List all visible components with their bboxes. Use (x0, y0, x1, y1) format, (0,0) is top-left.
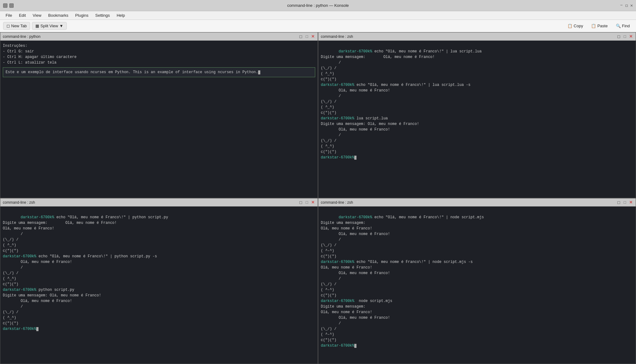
new-tab-icon: ◻ (7, 24, 10, 28)
terminal-tab-controls-zsh-tr: ◻ □ ✕ (616, 34, 633, 39)
python-input-text: Este e um exemplo de interface usando nc… (6, 70, 258, 74)
zsh-bl-cmd3: python script.py Digite uma mensagem: Ol… (3, 288, 101, 326)
zsh-bl-prompt4: darkstar-6700k% (3, 327, 36, 331)
zsh-tr-prompt4: darkstar-6700k% (321, 155, 354, 160)
zsh-br-cmd1: echo "Olá, meu nome é Franco\!" | node s… (321, 215, 484, 259)
zsh-bl-cmd1: echo "Olá, meu nome é Franco\!" | python… (3, 215, 168, 253)
terminal-tab-bar-zsh-tr: command-line : zsh ◻ □ ✕ (318, 33, 636, 41)
terminal-maximize-btn-zsh-tr[interactable]: ◻ (616, 34, 621, 39)
window-title: command-line : python — Konsole (287, 3, 349, 8)
zsh-tr-cursor (354, 156, 356, 160)
zsh-tr-cmd2: echo "Olá, meu nome é Franco\!" | lua sc… (321, 83, 471, 115)
terminal-tab-bar-zsh-br: command-line : zsh ◻ □ ✕ (318, 198, 636, 206)
terminal-body-python[interactable]: Instruções: - Ctrl G: sair - Ctrl H: apa… (0, 41, 318, 198)
terminals-grid: command-line : python ◻ □ ✕ Instruções: … (0, 32, 636, 364)
zsh-tr-out1: Digite uma mensagem: Olá, meu nome é Fra… (321, 55, 435, 82)
title-icon (3, 3, 7, 8)
menu-bookmarks[interactable]: Bookmarks (45, 12, 71, 18)
python-body-space (3, 77, 315, 195)
split-view-icon: ▦ (35, 24, 39, 28)
terminal-pane-zsh-top-right: command-line : zsh ◻ □ ✕ darkstar-6700k%… (318, 32, 636, 198)
zsh-br-content: darkstar-6700k% echo "Olá, meu nome é Fr… (321, 209, 633, 354)
zsh-tr-prompt1: darkstar-6700k% (339, 49, 372, 54)
terminal-pane-zsh-bottom-left: command-line : zsh ◻ □ ✕ darkstar-6700k%… (0, 198, 318, 364)
python-instructions: Instruções: - Ctrl G: sair - Ctrl H: apa… (3, 43, 315, 65)
split-view-chevron: ▼ (59, 24, 63, 28)
terminal-body-zsh-br[interactable]: darkstar-6700k% echo "Olá, meu nome é Fr… (318, 206, 636, 364)
toolbar: ◻ New Tab ▦ Split View ▼ 📋 Copy 📋 Paste … (0, 20, 636, 32)
terminal-body-zsh-bl[interactable]: darkstar-6700k% echo "Olá, meu nome é Fr… (0, 206, 318, 364)
menu-bar: File Edit View Bookmarks Plugins Setting… (0, 11, 636, 20)
terminal-pane-python: command-line : python ◻ □ ✕ Instruções: … (0, 32, 318, 198)
menu-help[interactable]: Help (114, 12, 128, 18)
zsh-br-cursor (354, 344, 356, 348)
title-bar-controls (3, 3, 14, 8)
terminal-tab-title-zsh-bl: command-line : zsh (3, 200, 35, 205)
paste-label: Paste (597, 24, 607, 28)
terminal-tab-title-python: command-line : python (3, 34, 40, 39)
menu-view[interactable]: View (29, 12, 44, 18)
terminal-close-btn-zsh-tr[interactable]: ✕ (629, 34, 633, 39)
python-input-box[interactable]: Este e um exemplo de interface usando nc… (3, 67, 315, 77)
terminal-detach-btn-zsh-bl[interactable]: □ (305, 200, 309, 205)
zsh-tr-cmd3: lua script.lua Digite uma mensagem: Olá,… (321, 116, 419, 154)
menu-edit[interactable]: Edit (16, 12, 29, 18)
terminal-detach-btn-zsh-br[interactable]: □ (623, 200, 627, 205)
zsh-bl-prompt1: darkstar-6700k% (21, 215, 54, 220)
terminal-detach-btn-zsh-tr[interactable]: □ (623, 34, 627, 39)
zsh-br-cmd2: echo "Olá, meu nome é Franco\!" | node s… (321, 260, 473, 298)
terminal-maximize-btn-python[interactable]: ◻ (298, 34, 303, 39)
terminal-maximize-btn-zsh-bl[interactable]: ◻ (298, 200, 303, 205)
copy-button[interactable]: 📋 Copy (564, 22, 586, 29)
terminal-close-btn-zsh-bl[interactable]: ✕ (311, 200, 315, 205)
split-view-button[interactable]: ▦ Split View ▼ (32, 22, 67, 30)
zsh-bl-content: darkstar-6700k% echo "Olá, meu nome é Fr… (3, 209, 315, 337)
new-tab-label: New Tab (11, 24, 27, 28)
zsh-bl-cursor (36, 327, 38, 331)
menu-settings[interactable]: Settings (92, 12, 113, 18)
title-bar: command-line : python — Konsole − ◻ ✕ (0, 0, 636, 11)
copy-icon: 📋 (567, 24, 572, 28)
paste-icon: 📋 (591, 24, 596, 28)
terminal-tab-controls-zsh-bl: ◻ □ ✕ (298, 200, 315, 205)
zsh-br-prompt3: darkstar-6700k% (321, 299, 354, 303)
terminal-detach-btn-python[interactable]: □ (305, 34, 309, 39)
toolbar-left: ◻ New Tab ▦ Split View ▼ (3, 22, 67, 30)
window-buttons: − ◻ ✕ (620, 3, 633, 8)
terminal-tab-title-zsh-tr: command-line : zsh (321, 34, 353, 39)
split-view-label: Split View (40, 24, 58, 28)
zsh-br-cmd3: node script.mjs Digite uma mensagem: Olá… (321, 299, 392, 342)
minimize-icon[interactable]: − (620, 3, 623, 8)
close-icon[interactable]: ✕ (630, 3, 633, 8)
terminal-tab-bar-zsh-bl: command-line : zsh ◻ □ ✕ (0, 198, 318, 206)
python-cursor (258, 70, 260, 74)
zsh-br-prompt1: darkstar-6700k% (339, 215, 372, 220)
terminal-close-btn-zsh-br[interactable]: ✕ (629, 200, 633, 205)
zsh-tr-cmd1: echo "Olá, meu nome é Franco\!" | lua sc… (372, 49, 482, 54)
terminal-pane-zsh-bottom-right: command-line : zsh ◻ □ ✕ darkstar-6700k%… (318, 198, 636, 364)
zsh-bl-prompt2: darkstar-6700k% (3, 254, 36, 259)
zsh-tr-content: darkstar-6700k% echo "Olá, meu nome é Fr… (321, 43, 633, 166)
paste-button[interactable]: 📋 Paste (588, 22, 611, 29)
zsh-br-prompt4: darkstar-6700k% (321, 344, 354, 348)
find-button[interactable]: 🔍 Find (613, 22, 633, 29)
terminal-tab-controls-zsh-br: ◻ □ ✕ (616, 200, 633, 205)
toolbar-right: 📋 Copy 📋 Paste 🔍 Find (564, 22, 633, 29)
restore-icon[interactable]: ◻ (625, 3, 628, 8)
terminal-body-zsh-tr[interactable]: darkstar-6700k% echo "Olá, meu nome é Fr… (318, 41, 636, 198)
menu-file[interactable]: File (2, 12, 15, 18)
terminal-tab-bar-python: command-line : python ◻ □ ✕ (0, 33, 318, 41)
zsh-tr-prompt3: darkstar-6700k% (321, 116, 354, 121)
zsh-br-prompt2: darkstar-6700k% (321, 260, 354, 264)
terminal-close-btn-python[interactable]: ✕ (311, 34, 315, 39)
copy-label: Copy (574, 24, 583, 28)
terminal-tab-title-zsh-br: command-line : zsh (321, 200, 353, 205)
find-label: Find (622, 24, 630, 28)
terminal-maximize-btn-zsh-br[interactable]: ◻ (616, 200, 621, 205)
find-icon: 🔍 (616, 24, 621, 28)
menu-plugins[interactable]: Plugins (72, 12, 92, 18)
terminal-tab-controls-python: ◻ □ ✕ (298, 34, 315, 39)
title-pin (9, 3, 14, 8)
new-tab-button[interactable]: ◻ New Tab (3, 22, 30, 30)
zsh-tr-prompt2: darkstar-6700k% (321, 83, 354, 87)
